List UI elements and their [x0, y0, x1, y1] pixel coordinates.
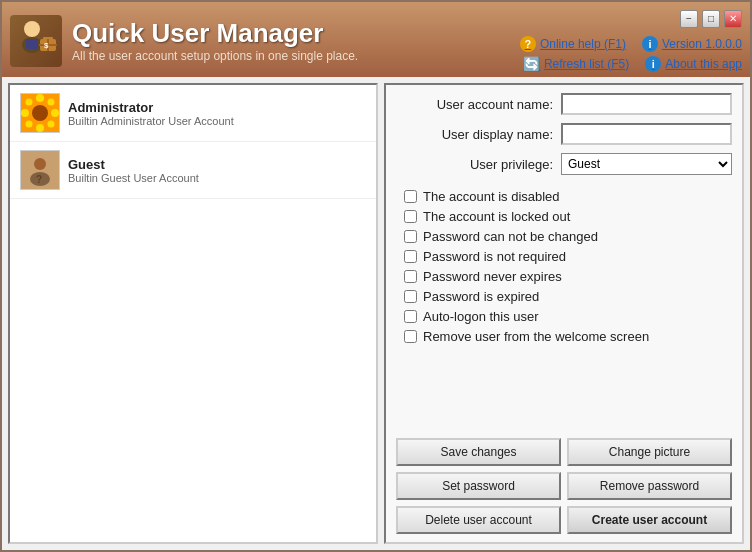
- set-password-button[interactable]: Set password: [396, 472, 561, 500]
- user-form-panel: User account name: User display name: Us…: [384, 83, 744, 544]
- privilege-group: User privilege: Guest Standard Administr…: [396, 153, 732, 175]
- title-text-block: Quick User Manager All the user account …: [72, 18, 358, 63]
- svg-point-17: [32, 105, 48, 121]
- app-title: Quick User Manager: [72, 18, 358, 49]
- checkbox-row-4: Password is not required: [404, 249, 732, 264]
- svg-point-11: [36, 124, 44, 132]
- title-bar-left: $ Quick User Manager All the user accoun…: [10, 15, 358, 67]
- buttons-section: Save changes Change picture Set password…: [396, 438, 732, 534]
- version-info: i Version 1.0.0.0: [642, 36, 742, 52]
- app-icon: $: [10, 15, 62, 67]
- svg-point-12: [21, 109, 29, 117]
- refresh-icon: 🔄: [524, 56, 540, 72]
- help-label: Online help (F1): [540, 37, 626, 51]
- privilege-select[interactable]: Guest Standard Administrator: [561, 153, 732, 175]
- account-name-label: User account name:: [396, 97, 561, 112]
- remove-welcome-screen-label: Remove user from the welcome screen: [423, 329, 649, 344]
- about-icon: i: [645, 56, 661, 72]
- admin-info: Administrator Builtin Administrator User…: [68, 100, 234, 127]
- password-cannot-change-checkbox[interactable]: [404, 230, 417, 243]
- help-icon: ?: [520, 36, 536, 52]
- maximize-button[interactable]: □: [702, 10, 720, 28]
- checkbox-row-5: Password never expires: [404, 269, 732, 284]
- about-label: About this app: [665, 57, 742, 71]
- password-not-required-label: Password is not required: [423, 249, 566, 264]
- close-button[interactable]: ✕: [724, 10, 742, 28]
- checkbox-row-8: Remove user from the welcome screen: [404, 329, 732, 344]
- svg-point-16: [26, 99, 33, 106]
- remove-welcome-screen-checkbox[interactable]: [404, 330, 417, 343]
- svg-point-0: [24, 21, 40, 37]
- svg-point-19: [34, 158, 46, 170]
- svg-text:$: $: [44, 41, 49, 50]
- checkbox-row-3: Password can not be changed: [404, 229, 732, 244]
- guest-desc: Builtin Guest User Account: [68, 172, 199, 184]
- about-link[interactable]: i About this app: [645, 56, 742, 72]
- guest-name: Guest: [68, 157, 199, 172]
- svg-point-15: [26, 121, 33, 128]
- refresh-link[interactable]: 🔄 Refresh list (F5): [524, 56, 629, 72]
- header-links-2: 🔄 Refresh list (F5) i About this app: [524, 56, 742, 72]
- user-item-guest[interactable]: ? Guest Builtin Guest User Account: [10, 142, 376, 199]
- title-bar: $ Quick User Manager All the user accoun…: [2, 2, 750, 77]
- window-controls: − □ ✕: [680, 10, 742, 28]
- svg-text:?: ?: [36, 174, 42, 185]
- create-user-button[interactable]: Create user account: [567, 506, 732, 534]
- auto-logon-label: Auto-logon this user: [423, 309, 539, 324]
- checkbox-row-7: Auto-logon this user: [404, 309, 732, 324]
- checkbox-row-2: The account is locked out: [404, 209, 732, 224]
- guest-avatar: ?: [20, 150, 60, 190]
- refresh-label: Refresh list (F5): [544, 57, 629, 71]
- display-name-label: User display name:: [396, 127, 561, 142]
- password-expired-checkbox[interactable]: [404, 290, 417, 303]
- info-icon: i: [642, 36, 658, 52]
- save-changes-button[interactable]: Save changes: [396, 438, 561, 466]
- admin-name: Administrator: [68, 100, 234, 115]
- display-name-input[interactable]: [561, 123, 732, 145]
- account-locked-label: The account is locked out: [423, 209, 570, 224]
- checkbox-row-6: Password is expired: [404, 289, 732, 304]
- remove-password-button[interactable]: Remove password: [567, 472, 732, 500]
- online-help-link[interactable]: ? Online help (F1): [520, 36, 626, 52]
- checkboxes-section: The account is disabled The account is l…: [396, 189, 732, 349]
- privilege-label: User privilege:: [396, 157, 561, 172]
- user-item-administrator[interactable]: Administrator Builtin Administrator User…: [10, 85, 376, 142]
- change-picture-button[interactable]: Change picture: [567, 438, 732, 466]
- main-content: Administrator Builtin Administrator User…: [2, 77, 750, 550]
- svg-point-14: [48, 121, 55, 128]
- app-subtitle: All the user account setup options in on…: [72, 49, 358, 63]
- header-links: ? Online help (F1) i Version 1.0.0.0: [520, 36, 742, 52]
- password-cannot-change-label: Password can not be changed: [423, 229, 598, 244]
- display-name-group: User display name:: [396, 123, 732, 145]
- guest-info: Guest Builtin Guest User Account: [68, 157, 199, 184]
- password-not-required-checkbox[interactable]: [404, 250, 417, 263]
- delete-user-button[interactable]: Delete user account: [396, 506, 561, 534]
- account-name-group: User account name:: [396, 93, 732, 115]
- password-never-expires-checkbox[interactable]: [404, 270, 417, 283]
- auto-logon-checkbox[interactable]: [404, 310, 417, 323]
- account-disabled-checkbox[interactable]: [404, 190, 417, 203]
- account-disabled-label: The account is disabled: [423, 189, 560, 204]
- user-list-panel: Administrator Builtin Administrator User…: [8, 83, 378, 544]
- title-bar-right: − □ ✕ ? Online help (F1) i Version 1.0.0…: [520, 10, 742, 72]
- minimize-button[interactable]: −: [680, 10, 698, 28]
- admin-desc: Builtin Administrator User Account: [68, 115, 234, 127]
- checkbox-row-1: The account is disabled: [404, 189, 732, 204]
- svg-point-9: [36, 94, 44, 102]
- main-window: $ Quick User Manager All the user accoun…: [0, 0, 752, 552]
- password-never-expires-label: Password never expires: [423, 269, 562, 284]
- svg-rect-2: [26, 39, 38, 49]
- password-expired-label: Password is expired: [423, 289, 539, 304]
- svg-point-10: [51, 109, 59, 117]
- account-name-input[interactable]: [561, 93, 732, 115]
- account-locked-checkbox[interactable]: [404, 210, 417, 223]
- admin-avatar: [20, 93, 60, 133]
- version-label: Version 1.0.0.0: [662, 37, 742, 51]
- svg-point-13: [48, 99, 55, 106]
